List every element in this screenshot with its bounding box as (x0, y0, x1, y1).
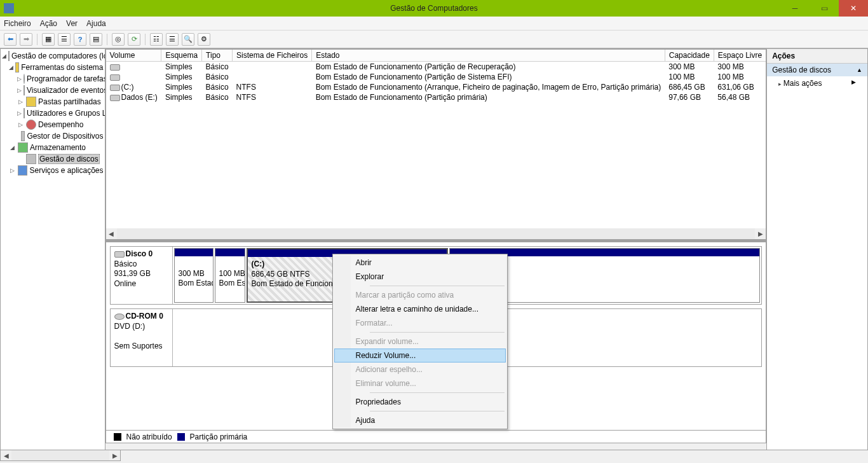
actions-section-label: Gestão de discos (772, 66, 831, 74)
events-icon (24, 85, 25, 95)
ctx-open[interactable]: Abrir (334, 256, 506, 270)
cdrom-name: CD-ROM 0 (126, 312, 163, 321)
folder-icon (26, 97, 36, 107)
disk-info: Disco 0 Básico 931,39 GB Online (111, 247, 173, 304)
toolbar-icon[interactable]: ⚙ (198, 33, 210, 46)
toolbar-icon[interactable]: 🔍 (182, 33, 194, 46)
ctx-expand-volume: Expandir volume... (334, 335, 506, 349)
toolbar-icon[interactable]: ☰ (166, 33, 179, 46)
ctx-change-letter[interactable]: Alterar letra e caminho de unidade... (334, 302, 506, 316)
actions-pane: Ações Gestão de discos ▲ Mais ações▶ (766, 48, 868, 450)
forward-button[interactable]: ➡ (20, 33, 32, 46)
partition-status: Bom Estado (219, 279, 245, 287)
actions-more[interactable]: Mais ações▶ (767, 76, 867, 90)
help-icon[interactable]: ? (74, 33, 86, 46)
menu-action[interactable]: Ação (40, 19, 57, 28)
col-fs[interactable]: Sistema de Ficheiros (233, 50, 312, 62)
navigation-tree[interactable]: ◢Gestão de computadores (local) ◢Ferrame… (0, 48, 105, 450)
toolbar-icon[interactable]: ▦ (42, 33, 55, 46)
users-icon (24, 108, 25, 118)
col-free[interactable]: Espaço Livre (714, 50, 766, 62)
menu-help[interactable]: Ajuda (86, 19, 106, 28)
ctx-explore[interactable]: Explorar (334, 270, 506, 284)
cdrom-icon (114, 314, 125, 320)
tree-node[interactable]: Serviços e aplicações (29, 166, 103, 175)
legend-unallocated: Não atribuído (126, 432, 172, 441)
scroll-left-icon[interactable]: ◀ (106, 228, 117, 239)
actions-header: Ações (767, 49, 867, 64)
partition-size: 686,45 GB NTFS (252, 270, 310, 279)
maximize-button[interactable]: ▭ (810, 0, 839, 17)
disk-size: 931,39 GB (114, 269, 151, 278)
partition-letter: (C:) (252, 259, 265, 268)
toolbar-icon[interactable]: ☷ (150, 33, 163, 46)
tree-node[interactable]: Ferramentas do sistema (21, 63, 103, 72)
tree-node[interactable]: Desempenho (38, 120, 83, 129)
scroll-left-icon[interactable]: ◀ (1, 450, 11, 460)
table-row[interactable]: SimplesBásicoBom Estado de Funcionamento… (106, 72, 766, 82)
col-cap[interactable]: Capacidade (665, 50, 714, 62)
col-layout[interactable]: Esquema (161, 50, 202, 62)
collapse-icon[interactable]: ▲ (857, 67, 862, 73)
ctx-format: Formatar... (334, 316, 506, 330)
toolbar-icon[interactable]: ◎ (112, 33, 125, 46)
legend-swatch-unallocated (114, 433, 121, 441)
toolbar-icon[interactable]: ▤ (90, 33, 102, 46)
tree-node[interactable]: Programador de tarefas (27, 74, 105, 83)
perf-icon (26, 120, 36, 130)
tree-root[interactable]: Gestão de computadores (local) (11, 52, 105, 60)
tree-node[interactable]: Pastas partilhadas (38, 97, 101, 106)
partition[interactable]: 100 MBBom Estado (215, 248, 245, 303)
ctx-properties[interactable]: Propriedades (334, 395, 506, 409)
table-row[interactable]: Dados (E:)SimplesBásicoNTFSBom Estado de… (106, 92, 766, 102)
disk-icon (114, 251, 125, 258)
chevron-right-icon: ▶ (851, 79, 856, 85)
actions-more-label: Mais ações (783, 79, 822, 88)
scroll-right-icon[interactable]: ▶ (109, 450, 120, 460)
device-icon (21, 131, 25, 141)
tree-scrollbar[interactable]: ◀ ▶ (0, 450, 121, 461)
app-icon (4, 3, 14, 13)
col-volume[interactable]: Volume (106, 50, 161, 62)
tree-node-disk-mgmt[interactable]: Gestão de discos (38, 154, 100, 164)
actions-section[interactable]: Gestão de discos ▲ (767, 64, 867, 76)
ctx-delete-volume: Eliminar volume... (334, 377, 506, 390)
minimize-button[interactable]: ─ (780, 0, 810, 17)
tree-node[interactable]: Armazenamento (30, 143, 86, 152)
back-button[interactable]: ⬅ (4, 33, 17, 46)
disk-icon (26, 154, 36, 164)
title-bar: Gestão de Computadores ─ ▭ ✕ (0, 0, 868, 17)
tree-node[interactable]: Visualizador de eventos (27, 86, 105, 95)
col-status[interactable]: Estado (312, 50, 665, 62)
toolbar-icon[interactable]: ☰ (58, 33, 71, 46)
ctx-add-mirror: Adicionar espelho... (334, 363, 506, 377)
disk-type: Básico (114, 259, 137, 268)
legend-primary: Partição primária (190, 432, 248, 441)
partition-size: 100 MB (219, 269, 245, 278)
tools-icon (15, 62, 19, 73)
cdrom-type: DVD (D:) (114, 322, 146, 331)
tree-node[interactable]: Utilizadores e Grupos Locais (27, 109, 105, 118)
table-row[interactable]: (C:)SimplesBásicoNTFSBom Estado de Funci… (106, 82, 766, 92)
horizontal-scrollbar[interactable]: ◀ ▶ (106, 228, 766, 239)
context-menu: Abrir Explorar Marcar a partição como at… (332, 254, 508, 429)
disk-map: Disco 0 Básico 931,39 GB Online 300 MBBo… (105, 240, 767, 431)
toolbar: ⬅ ➡ ▦ ☰ ? ▤ ◎ ⟳ ☷ ☰ 🔍 ⚙ (0, 31, 868, 48)
partition[interactable]: 300 MBBom Estado (174, 248, 214, 303)
window-title: Gestão de Computadores (390, 4, 477, 13)
volume-list[interactable]: Volume Esquema Tipo Sistema de Ficheiros… (105, 49, 767, 240)
services-icon (18, 165, 28, 176)
computer-icon (8, 51, 10, 61)
refresh-icon[interactable]: ⟳ (128, 33, 140, 46)
menu-bar: Ficheiro Ação Ver Ajuda (0, 17, 868, 31)
menu-file[interactable]: Ficheiro (4, 19, 31, 28)
menu-view[interactable]: Ver (66, 19, 78, 28)
ctx-shrink-volume[interactable]: Reduzir Volume... (334, 349, 506, 363)
close-button[interactable]: ✕ (839, 0, 868, 17)
table-row[interactable]: SimplesBásicoBom Estado de Funcionamento… (106, 62, 766, 73)
col-type[interactable]: Tipo (202, 50, 233, 62)
scroll-right-icon[interactable]: ▶ (755, 228, 766, 239)
disk-status: Online (114, 279, 137, 288)
tree-node[interactable]: Gestor de Dispositivos (27, 132, 103, 141)
ctx-help[interactable]: Ajuda (334, 413, 506, 427)
